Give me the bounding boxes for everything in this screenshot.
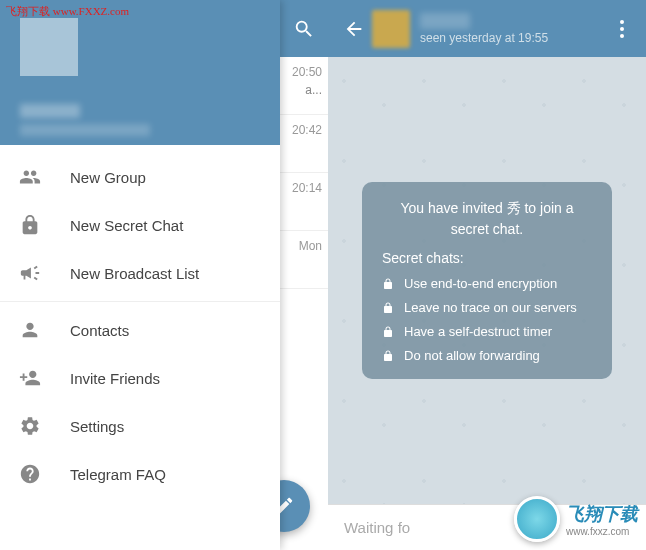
svg-point-0 <box>620 20 624 24</box>
chat-list-item[interactable]: Mon <box>280 231 328 289</box>
chat-body: You have invited 秀 to join asecret chat.… <box>328 57 646 504</box>
menu-section-2: Contacts Invite Friends Settings Telegra… <box>0 302 280 502</box>
watermark-logo <box>514 496 560 542</box>
section-title: Secret chats: <box>382 250 592 266</box>
back-button[interactable] <box>336 11 372 47</box>
user-name <box>20 104 80 118</box>
menu-label: New Broadcast List <box>70 265 199 282</box>
gear-icon <box>18 414 42 438</box>
user-avatar[interactable] <box>20 18 78 76</box>
chat-time: 20:50 <box>292 65 322 79</box>
lock-icon <box>382 277 394 291</box>
more-vert-icon <box>620 20 624 38</box>
search-button[interactable] <box>280 0 328 57</box>
drawer-header <box>0 0 280 145</box>
menu-label: Telegram FAQ <box>70 466 166 483</box>
user-phone <box>20 124 150 136</box>
feature-item: Do not allow forwarding <box>382 348 592 363</box>
menu-faq[interactable]: Telegram FAQ <box>0 450 280 498</box>
watermark-text-cn: 飞翔下载 <box>566 502 638 526</box>
invite-text: You have invited 秀 to join asecret chat. <box>382 198 592 240</box>
chat-preview: a... <box>305 83 322 97</box>
menu-contacts[interactable]: Contacts <box>0 306 280 354</box>
lock-icon <box>382 349 394 363</box>
arrow-left-icon <box>343 18 365 40</box>
contact-avatar[interactable] <box>372 10 410 48</box>
chat-time: Mon <box>299 239 322 253</box>
drawer-menu: New Group New Secret Chat New Broadcast … <box>0 145 280 502</box>
help-icon <box>18 462 42 486</box>
lock-icon <box>382 301 394 315</box>
chat-header: seen yesterday at 19:55 <box>328 0 646 57</box>
chat-time: 20:42 <box>292 123 322 137</box>
watermark-text-url: www.fxxz.com <box>566 526 638 537</box>
menu-label: Invite Friends <box>70 370 160 387</box>
more-button[interactable] <box>604 11 640 47</box>
contact-status: seen yesterday at 19:55 <box>420 31 604 45</box>
menu-section-1: New Group New Secret Chat New Broadcast … <box>0 149 280 302</box>
feature-item: Have a self-destruct timer <box>382 324 592 339</box>
search-icon <box>293 18 315 40</box>
person-add-icon <box>18 366 42 390</box>
svg-point-2 <box>620 34 624 38</box>
watermark-bottom-right: 飞翔下载 www.fxxz.com <box>514 496 638 542</box>
lock-icon <box>382 325 394 339</box>
chat-list-partial: 20:50 a... 20:42 20:14 Mon <box>280 0 328 550</box>
right-screenshot: seen yesterday at 19:55 You have invited… <box>328 0 646 550</box>
secret-chat-info-card: You have invited 秀 to join asecret chat.… <box>362 182 612 379</box>
menu-new-broadcast[interactable]: New Broadcast List <box>0 249 280 297</box>
navigation-drawer: New Group New Secret Chat New Broadcast … <box>0 0 280 550</box>
watermark-top-left: 飞翔下载 www.FXXZ.com <box>6 4 129 19</box>
chat-list-item[interactable]: 20:14 <box>280 173 328 231</box>
menu-invite-friends[interactable]: Invite Friends <box>0 354 280 402</box>
menu-label: New Secret Chat <box>70 217 183 234</box>
contact-name <box>420 13 470 29</box>
chat-list-item[interactable]: 20:50 a... <box>280 57 328 115</box>
feature-item: Use end-to-end encryption <box>382 276 592 291</box>
left-screenshot: 20:50 a... 20:42 20:14 Mon New Group <box>0 0 328 550</box>
megaphone-icon <box>18 261 42 285</box>
menu-new-secret-chat[interactable]: New Secret Chat <box>0 201 280 249</box>
feature-item: Leave no trace on our servers <box>382 300 592 315</box>
menu-label: Contacts <box>70 322 129 339</box>
menu-label: New Group <box>70 169 146 186</box>
menu-new-group[interactable]: New Group <box>0 153 280 201</box>
svg-point-1 <box>620 27 624 31</box>
contact-info[interactable]: seen yesterday at 19:55 <box>420 13 604 45</box>
menu-label: Settings <box>70 418 124 435</box>
menu-settings[interactable]: Settings <box>0 402 280 450</box>
lock-icon <box>18 213 42 237</box>
chat-time: 20:14 <box>292 181 322 195</box>
input-placeholder: Waiting fo <box>344 519 410 536</box>
person-icon <box>18 318 42 342</box>
chat-list-item[interactable]: 20:42 <box>280 115 328 173</box>
group-icon <box>18 165 42 189</box>
